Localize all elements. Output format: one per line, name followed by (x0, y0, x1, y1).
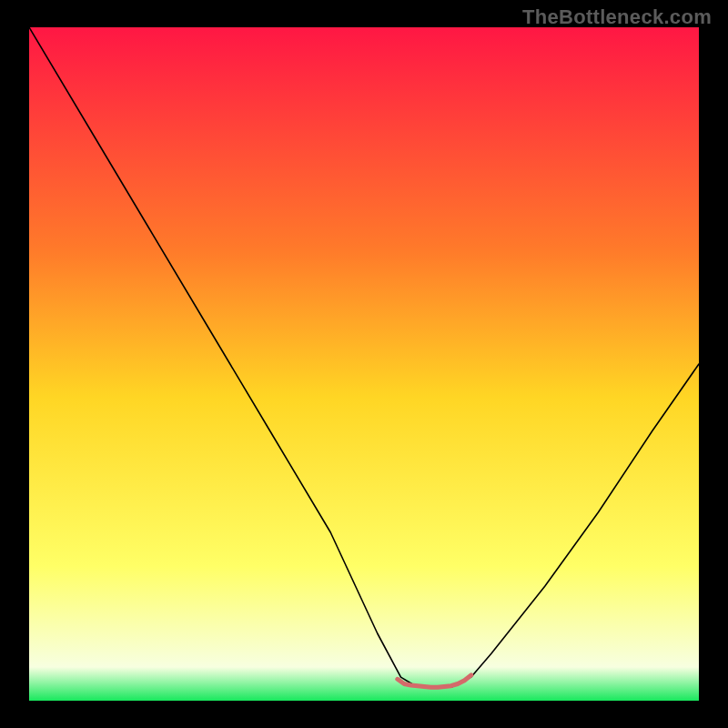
chart-frame: TheBottleneck.com (0, 0, 728, 728)
watermark-text: TheBottleneck.com (522, 5, 712, 29)
chart-plot-area (29, 27, 699, 701)
chart-svg (29, 27, 699, 701)
gradient-background (29, 27, 699, 701)
